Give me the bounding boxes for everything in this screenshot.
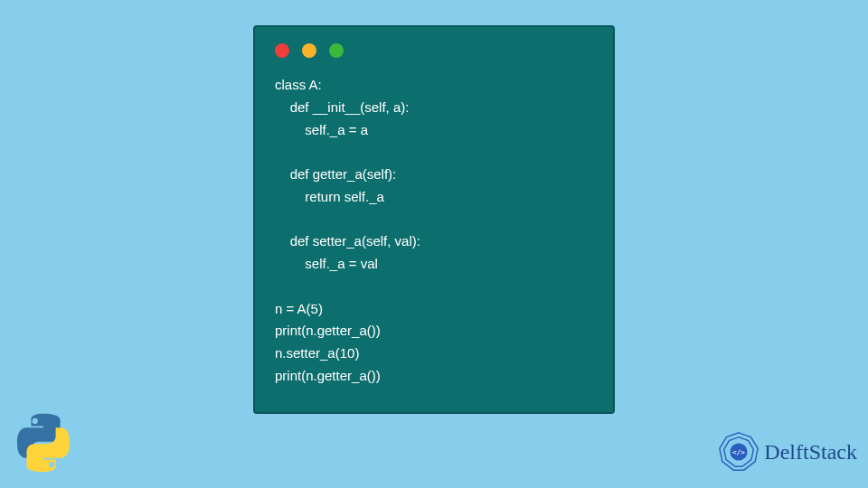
brand-name: DelftStack	[764, 440, 857, 465]
svg-text:</>: </>	[732, 448, 745, 456]
maximize-icon	[329, 43, 344, 58]
delftstack-logo-icon: </>	[717, 430, 760, 474]
minimize-icon	[302, 43, 316, 58]
window-traffic-lights	[275, 43, 593, 58]
code-window: class A: def __init__(self, a): self._a …	[253, 25, 615, 414]
python-logo-icon	[13, 412, 74, 477]
code-block: class A: def __init__(self, a): self._a …	[275, 74, 593, 388]
close-icon	[275, 43, 289, 58]
brand-badge: </> DelftStack	[717, 430, 857, 474]
